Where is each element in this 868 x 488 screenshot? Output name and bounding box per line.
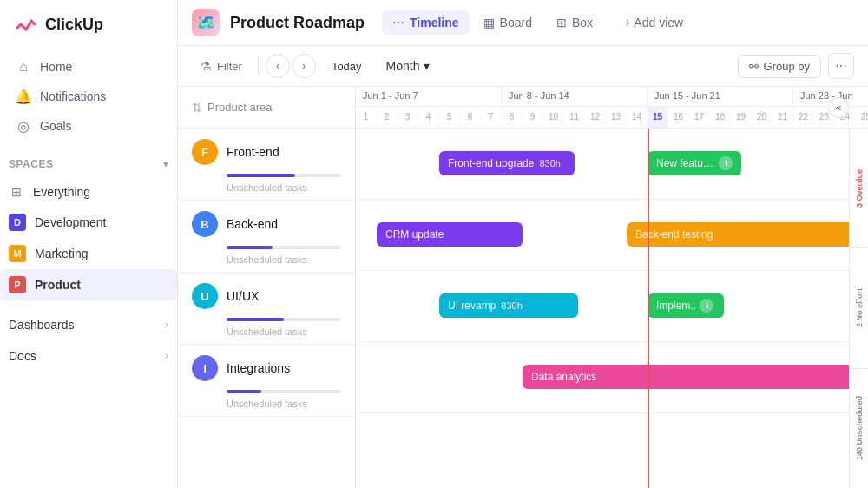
backend-subtitle: Unscheduled tasks <box>178 253 355 272</box>
right-badges-panel: 3 Overdue 2 No effort 140 Unscheduled <box>849 129 868 488</box>
task-label-data-analytics: Data analytics <box>531 371 596 383</box>
date-range-1: Jun 1 - Jun 7 <box>356 87 502 106</box>
nav-item-home[interactable]: ⌂ Home <box>7 52 170 82</box>
date-range-2: Jun 8 - Jun 14 <box>502 87 648 106</box>
development-avatar: D <box>9 214 26 231</box>
badge-noeffort: 2 No effort <box>850 248 868 368</box>
tab-board[interactable]: ▦ Board <box>473 10 542 35</box>
add-view-button[interactable]: + Add view <box>614 10 694 35</box>
row-header-integrations: I Integrations <box>178 345 355 386</box>
today-button[interactable]: Today <box>323 56 371 77</box>
prev-date-button[interactable]: ‹ <box>266 54 290 78</box>
integrations-subtitle: Unscheduled tasks <box>178 397 355 416</box>
logo-text: ClickUp <box>45 16 103 34</box>
nav-label-notifications: Notifications <box>40 89 106 103</box>
day-2: 2 <box>377 107 398 128</box>
task-bar-new-feature[interactable]: New feature.. ℹ <box>648 151 741 175</box>
box-tab-icon: ⊞ <box>556 16 567 30</box>
group-by-icon: ⚯ <box>749 60 759 73</box>
spaces-label: Spaces <box>9 158 53 170</box>
sort-icon: ⇅ <box>192 101 202 115</box>
day-9: 9 <box>523 107 543 128</box>
task-effort-ui-revamp: 830h <box>501 300 522 311</box>
badge-unscheduled: 140 Unscheduled <box>850 369 868 488</box>
date-nav-arrows: ‹ › <box>266 54 316 78</box>
frontend-progress-bar <box>227 174 341 177</box>
timeline-row-uiux: UI revamp 830h Implem.. ℹ <box>356 271 868 342</box>
filter-icon: ⚗ <box>201 59 212 73</box>
new-feature-info-dot: ℹ <box>719 156 733 170</box>
timeline-tab-icon: ⋯ <box>392 16 404 30</box>
sidebar-item-label-product: Product <box>35 278 81 292</box>
task-label-ui-revamp: UI revamp <box>448 300 496 312</box>
task-label-implem: Implem.. <box>656 300 696 312</box>
day-19: 19 <box>731 107 752 128</box>
task-bar-frontend-upgrade[interactable]: Front-end upgrade 830h <box>439 151 575 175</box>
timeline-collapse-button[interactable]: « <box>828 97 849 118</box>
day-25: 25 <box>856 107 868 128</box>
month-dropdown-icon: ▾ <box>424 59 430 73</box>
noeffort-badge-text: 2 No effort <box>855 288 864 327</box>
day-7: 7 <box>481 107 502 128</box>
date-range-3: Jun 15 - Jun 21 <box>648 87 793 106</box>
nav-label-goals: Goals <box>40 119 72 133</box>
badge-overdue: 3 Overdue <box>850 129 868 248</box>
task-bar-backend-testing[interactable]: Back-end testing <box>627 222 868 247</box>
implem-info-dot: ℹ <box>700 299 713 313</box>
nav-item-goals[interactable]: ◎ Goals <box>7 111 170 141</box>
board-tab-icon: ▦ <box>483 16 495 30</box>
group-by-button[interactable]: ⚯ Group by <box>738 55 821 78</box>
uiux-progress-bar <box>227 318 341 321</box>
task-bar-data-analytics[interactable]: Data analytics <box>523 365 868 389</box>
date-ranges-row: Jun 1 - Jun 7 Jun 8 - Jun 14 Jun 15 - Ju… <box>356 87 868 107</box>
dashboards-section[interactable]: Dashboards › <box>0 311 177 339</box>
row-group-backend: B Back-end Unscheduled tasks <box>178 201 355 273</box>
month-label: Month <box>386 59 420 73</box>
sidebar: ClickUp ⌂ Home 🔔 Notifications ◎ Goals S… <box>0 0 178 488</box>
overdue-badge-text: 3 Overdue <box>855 169 864 208</box>
logo-container: ClickUp <box>0 0 177 49</box>
sidebar-item-marketing[interactable]: M Marketing <box>0 238 177 269</box>
day-15: 15 <box>648 107 668 128</box>
next-date-button[interactable]: › <box>292 54 316 78</box>
more-options-icon: ··· <box>835 58 846 74</box>
view-tabs: ⋯ Timeline ▦ Board ⊞ Box <box>382 10 603 35</box>
frontend-avatar: F <box>192 139 218 165</box>
tab-box[interactable]: ⊞ Box <box>546 10 603 35</box>
row-group-integrations: I Integrations Unscheduled tasks <box>178 345 355 417</box>
sidebar-item-development[interactable]: D Development <box>0 207 177 238</box>
day-1: 1 <box>356 107 377 128</box>
spaces-section-header: Spaces ▾ <box>0 151 177 177</box>
nav-label-home: Home <box>40 60 72 74</box>
sidebar-item-everything[interactable]: ⊞ Everything <box>0 177 177 207</box>
day-22: 22 <box>793 107 814 128</box>
timeline-tab-label: Timeline <box>410 16 459 30</box>
filter-button[interactable]: ⚗ Filter <box>192 55 251 77</box>
uiux-avatar: U <box>192 283 218 309</box>
month-selector[interactable]: Month ▾ <box>378 55 438 77</box>
task-bar-ui-revamp[interactable]: UI revamp 830h <box>439 293 578 318</box>
toolbar-divider-1 <box>258 57 259 75</box>
backend-avatar: B <box>192 211 218 237</box>
tab-timeline[interactable]: ⋯ Timeline <box>382 10 470 35</box>
day-21: 21 <box>773 107 793 128</box>
task-bar-crm-update[interactable]: CRM update <box>377 222 523 247</box>
task-label-crm-update: CRM update <box>385 228 444 241</box>
day-16: 16 <box>668 107 689 128</box>
uiux-progress-fill <box>227 318 284 321</box>
nav-item-notifications[interactable]: 🔔 Notifications <box>7 82 170 111</box>
day-12: 12 <box>585 107 606 128</box>
dashboards-label: Dashboards <box>9 318 75 332</box>
sidebar-item-product[interactable]: P Product <box>0 269 177 300</box>
integrations-avatar: I <box>192 355 218 381</box>
marketing-avatar: M <box>9 245 26 262</box>
docs-label: Docs <box>9 349 36 363</box>
docs-section[interactable]: Docs › <box>0 342 177 370</box>
task-bar-implem[interactable]: Implem.. ℹ <box>648 293 724 318</box>
integrations-progress-fill <box>227 390 261 393</box>
timeline-right-panel: Jun 1 - Jun 7 Jun 8 - Jun 14 Jun 15 - Ju… <box>356 87 868 488</box>
more-options-button[interactable]: ··· <box>828 53 854 79</box>
timeline-row-integrations: Data analytics <box>356 342 868 413</box>
spaces-collapse-arrow[interactable]: ▾ <box>163 158 168 170</box>
backend-progress-fill <box>227 246 273 249</box>
